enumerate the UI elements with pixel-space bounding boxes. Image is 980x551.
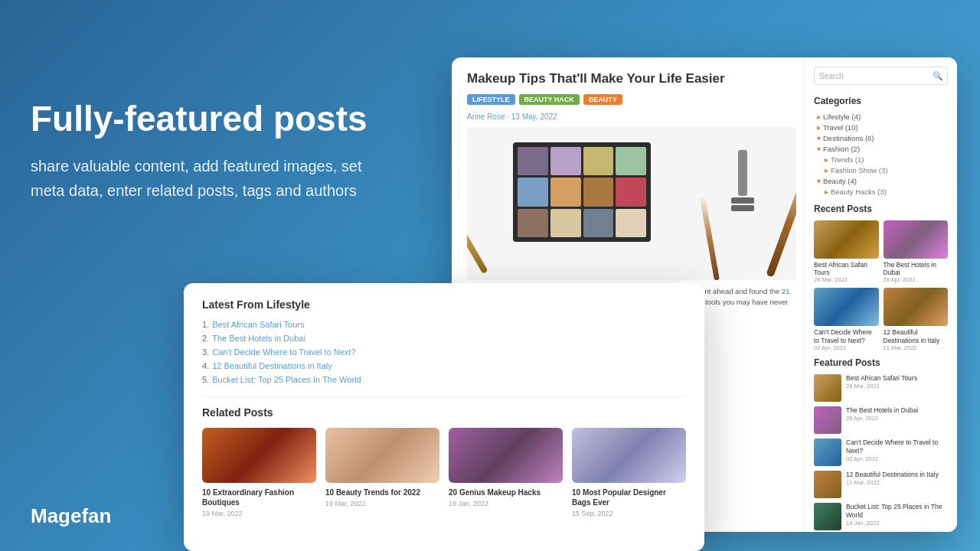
categories-list: ▸Lifestyle (4) ▸Travel (10) ▾Destination… <box>814 112 948 196</box>
lifestyle-post-4[interactable]: 4.12 Beautiful Destinations in Italy <box>202 361 686 370</box>
tag-beauty-hack: BEAUTY HACK <box>519 94 580 105</box>
lifestyle-post-1[interactable]: 1.Best African Safari Tours <box>202 320 686 329</box>
cat-fashion[interactable]: ▾Fashion (2) <box>814 145 948 153</box>
makeup-brush-1 <box>467 191 488 274</box>
featured-date-2: 28 Apr, 2022 <box>846 415 918 422</box>
related-post-2[interactable]: 10 Beauty Trends for 2022 19 Mar, 2022 <box>325 428 439 517</box>
featured-thumb-4 <box>814 471 841 498</box>
lifestyle-post-list: 1.Best African Safari Tours 2.The Best H… <box>202 320 686 384</box>
eyeshadow-palette <box>513 142 651 242</box>
lifestyle-post-2[interactable]: 2.The Best Hotels in Dubai <box>202 334 686 343</box>
related-img-2 <box>325 428 439 483</box>
related-title-2: 10 Beauty Trends for 2022 <box>325 487 439 497</box>
recent-label-italy: 12 Beautiful Destinations in Italy <box>884 328 949 344</box>
recent-thumb-hotel <box>884 220 949 259</box>
recent-date-italy: 11 Mar, 2022 <box>884 344 949 351</box>
hero-section: Fully-featured posts share valuable cont… <box>31 99 398 203</box>
lifestyle-post-3[interactable]: 3.Can't Decide Where to Travel to Next? <box>202 347 686 357</box>
featured-text-3: Can't Decide Where to Travel to Next? <box>846 439 948 455</box>
article-sidebar: Search 🔍 Categories ▸Lifestyle (4) ▸Trav… <box>804 57 957 532</box>
section-divider <box>202 396 686 397</box>
eyelash-curler <box>720 150 766 211</box>
featured-text-2: The Best Hotels in Dubai <box>846 406 918 415</box>
featured-item-2[interactable]: The Best Hotels in Dubai 28 Apr, 2022 <box>814 406 948 434</box>
recent-date-travel: 02 Apr, 2022 <box>814 344 879 351</box>
related-date-2: 19 Mar, 2022 <box>325 500 439 507</box>
cat-trends[interactable]: ▸Trends (1) <box>814 155 948 164</box>
featured-posts-title: Featured Posts <box>814 357 948 368</box>
related-title-3: 20 Genius Makeup Hacks <box>449 487 563 497</box>
featured-text-4: 12 Beautiful Destinations in Italy <box>846 471 939 479</box>
tags-row: LIFESTYLE BEAUTY HACK BEAUTY <box>467 94 796 105</box>
lifestyle-section-title: Latest From Lifestyle <box>202 298 686 311</box>
related-img-3 <box>449 428 563 483</box>
search-field[interactable]: Search <box>814 67 948 85</box>
search-placeholder: Search <box>819 72 844 80</box>
recent-date-safari: 28 Mar, 2022 <box>814 276 879 283</box>
related-date-3: 19 Jan, 2022 <box>449 500 563 507</box>
related-posts-title: Related Posts <box>202 406 686 419</box>
featured-item-1[interactable]: Best African Safari Tours 28 Mar, 2022 <box>814 374 948 402</box>
search-wrapper[interactable]: Search 🔍 <box>814 67 948 85</box>
categories-title: Categories <box>814 96 948 106</box>
related-img-4 <box>572 428 686 483</box>
featured-item-4[interactable]: 12 Beautiful Destinations in Italy 11 Ma… <box>814 471 948 498</box>
related-title-1: 10 Extraordinary Fashion Boutiques <box>202 487 316 507</box>
tag-lifestyle: LIFESTYLE <box>467 94 515 105</box>
recent-posts-grid: Best African Safari Tours 28 Mar, 2022 T… <box>814 220 948 351</box>
cat-lifestyle[interactable]: ▸Lifestyle (4) <box>814 112 948 121</box>
related-date-1: 19 Mar, 2022 <box>202 510 316 517</box>
featured-thumb-5 <box>814 503 841 530</box>
featured-item-3[interactable]: Can't Decide Where to Travel to Next? 02… <box>814 439 948 466</box>
featured-thumb-3 <box>814 439 841 466</box>
recent-thumb-travel <box>814 288 879 326</box>
related-title-4: 10 Most Popular Designer Bags Ever <box>572 487 686 507</box>
hero-description: share valuable content, add featured ima… <box>31 154 398 203</box>
related-post-4[interactable]: 10 Most Popular Designer Bags Ever 15 Se… <box>572 428 686 517</box>
related-date-4: 15 Sep, 2022 <box>572 510 686 517</box>
featured-thumb-1 <box>814 374 841 402</box>
recent-label-safari: Best African Safari Tours <box>814 261 879 276</box>
featured-text-5: Bucket List: Top 25 Places in The World <box>846 503 948 520</box>
cat-travel[interactable]: ▸Travel (10) <box>814 123 948 132</box>
recent-label-travel: Can't Decide Where to Travel to Next? <box>814 328 879 344</box>
related-post-3[interactable]: 20 Genius Makeup Hacks 19 Jan, 2022 <box>449 428 563 517</box>
related-posts-grid: 10 Extraordinary Fashion Boutiques 19 Ma… <box>202 428 686 517</box>
makeup-brush-2 <box>766 167 796 277</box>
recent-posts-title: Recent Posts <box>814 204 948 214</box>
featured-date-4: 11 Mar, 2022 <box>846 479 939 486</box>
featured-date-5: 14 Jan, 2022 <box>846 520 948 527</box>
makeup-brush-3 <box>700 197 720 280</box>
main-post-title: Makeup Tips That'll Make Your Life Easie… <box>467 71 796 86</box>
featured-item-5[interactable]: Bucket List: Top 25 Places in The World … <box>814 503 948 530</box>
tag-beauty: BEAUTY <box>583 94 622 105</box>
recent-post-hotel[interactable]: The Best Hotels in Dubai 28 Apr, 2022 <box>884 220 949 283</box>
hero-headline: Fully-featured posts <box>31 99 398 139</box>
brand-logo: Magefan <box>31 504 111 528</box>
cat-fashion-show[interactable]: ▸Fashion Show (3) <box>814 166 948 174</box>
related-img-1 <box>202 428 316 483</box>
cat-beauty[interactable]: ▾Beauty (4) <box>814 177 948 185</box>
recent-thumb-italy <box>884 288 949 326</box>
cat-beauty-hacks[interactable]: ▸Beauty Hacks (3) <box>814 187 948 196</box>
search-icon: 🔍 <box>933 71 943 81</box>
recent-post-safari[interactable]: Best African Safari Tours 28 Mar, 2022 <box>814 220 879 283</box>
recent-date-hotel: 28 Apr, 2022 <box>884 276 949 283</box>
lifestyle-post-5[interactable]: 5.Bucket List: Top 25 Places In The Worl… <box>202 375 686 384</box>
featured-posts-list: Best African Safari Tours 28 Mar, 2022 T… <box>814 374 948 530</box>
featured-date-3: 02 Apr, 2022 <box>846 455 948 462</box>
featured-image <box>467 127 796 280</box>
secondary-browser-window: Latest From Lifestyle 1.Best African Saf… <box>184 283 704 551</box>
recent-post-travel[interactable]: Can't Decide Where to Travel to Next? 02… <box>814 288 879 350</box>
recent-label-hotel: The Best Hotels in Dubai <box>884 261 949 276</box>
featured-date-1: 28 Mar, 2022 <box>846 383 917 390</box>
cat-destinations[interactable]: ▾Destinations (6) <box>814 134 948 142</box>
related-post-1[interactable]: 10 Extraordinary Fashion Boutiques 19 Ma… <box>202 428 316 517</box>
author-line: Anne Rose · 13 May, 2022 <box>467 112 796 121</box>
featured-text-1: Best African Safari Tours <box>846 374 917 383</box>
featured-thumb-2 <box>814 406 841 434</box>
recent-post-italy[interactable]: 12 Beautiful Destinations in Italy 11 Ma… <box>884 288 949 350</box>
recent-thumb-safari <box>814 220 879 259</box>
